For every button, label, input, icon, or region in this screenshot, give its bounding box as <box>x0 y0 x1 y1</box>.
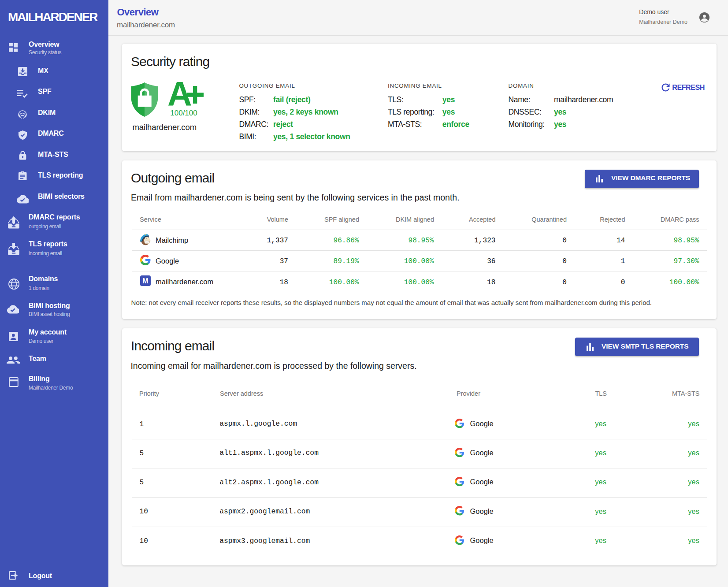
svg-text:M: M <box>142 277 148 285</box>
